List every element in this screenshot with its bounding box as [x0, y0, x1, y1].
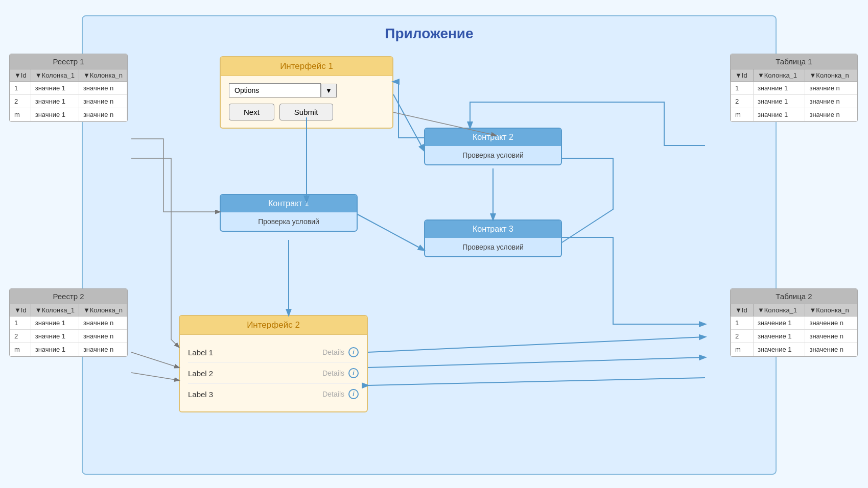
details2-text: Details — [322, 369, 344, 377]
table1-col-1: ▼Колонка_1 — [753, 69, 805, 82]
interface1-header: Интерфейс 1 — [221, 57, 392, 76]
table2-box: Таблица 2 ▼Id ▼Колонка_1 ▼Колонка_n 1 зн… — [730, 288, 858, 357]
contract1-box: Контракт 1 Проверка условий — [220, 194, 358, 232]
table-row: m значние 1 значние n — [10, 108, 127, 121]
interface1-button-row: Next Submit — [229, 104, 384, 120]
interface1-dropdown-row: Options Option 1 Option 2 ▼ — [229, 83, 384, 97]
contract2-header: Контракт 2 — [425, 129, 561, 146]
details1-text: Details — [322, 348, 344, 356]
details3-text: Details — [322, 390, 344, 398]
table-row: 1 значние 1 значние n — [10, 316, 127, 330]
registry1-col-n: ▼Колонка_n — [79, 69, 127, 82]
registry1-col-1: ▼Колонка_1 — [31, 69, 79, 82]
registry2-col-n: ▼Колонка_n — [79, 304, 127, 316]
details-group-3: Details i — [322, 389, 359, 399]
table-row: 1 значние 1 значние n — [731, 82, 857, 95]
details-group-2: Details i — [322, 368, 359, 378]
table-row: m значние 1 значние n — [731, 108, 857, 121]
label1-text: Label 1 — [188, 348, 213, 357]
table1-col-id: ▼Id — [731, 69, 754, 82]
registry2-header: Реестр 2 — [10, 289, 127, 304]
contract2-box: Контракт 2 Проверка условий — [424, 128, 562, 165]
next-button[interactable]: Next — [229, 104, 274, 120]
registry2-col-id: ▼Id — [10, 304, 31, 316]
table2-col-n: ▼Колонка_n — [805, 304, 857, 316]
info-icon-1[interactable]: i — [348, 347, 359, 357]
registry1-col-id: ▼Id — [10, 69, 31, 82]
interface2-box: Интерфейс 2 Label 1 Details i Label 2 De… — [179, 315, 368, 412]
main-container: Приложение Реестр 1 ▼Id ▼Колонка_1 ▼Коло… — [0, 0, 868, 488]
table-row: 2 значние 1 значние n — [731, 95, 857, 108]
table2-col-id: ▼Id — [731, 304, 754, 316]
table-row: m значение 1 значение n — [731, 343, 857, 356]
info-icon-3[interactable]: i — [348, 389, 359, 399]
submit-button[interactable]: Submit — [279, 104, 333, 120]
interface2-header: Интерфейс 2 — [180, 316, 367, 335]
table1-box: Таблица 1 ▼Id ▼Колонка_1 ▼Колонка_n 1 зн… — [730, 54, 858, 122]
table2-col-1: ▼Колонка_1 — [753, 304, 805, 316]
label2-text: Label 2 — [188, 369, 213, 378]
table1-header: Таблица 1 — [731, 54, 857, 69]
registry2-col-1: ▼Колонка_1 — [31, 304, 79, 316]
table-row: m значние 1 значние n — [10, 343, 127, 356]
interface1-box: Интерфейс 1 Options Option 1 Option 2 ▼ … — [220, 56, 393, 129]
label-row-3: Label 3 Details i — [188, 384, 359, 404]
contract1-body: Проверка условий — [221, 212, 357, 231]
label3-text: Label 3 — [188, 390, 213, 399]
app-title: Приложение — [83, 16, 776, 47]
table1-col-n: ▼Колонка_n — [805, 69, 857, 82]
details-group-1: Details i — [322, 347, 359, 357]
table-row: 2 значние 1 значние n — [10, 95, 127, 108]
interface1-body: Options Option 1 Option 2 ▼ Next Submit — [221, 76, 392, 128]
registry2-table: Реестр 2 ▼Id ▼Колонка_1 ▼Колонка_n 1 зна… — [9, 288, 128, 357]
table2-header: Таблица 2 — [731, 289, 857, 304]
table-row: 2 значение 1 значение n — [731, 330, 857, 343]
contract3-box: Контракт 3 Проверка условий — [424, 219, 562, 257]
label-row-2: Label 2 Details i — [188, 363, 359, 384]
contract3-header: Контракт 3 — [425, 221, 561, 238]
table-row: 2 значние 1 значние n — [10, 330, 127, 343]
contract2-body: Проверка условий — [425, 146, 561, 164]
registry1-header: Реестр 1 — [10, 54, 127, 69]
label-row-1: Label 1 Details i — [188, 342, 359, 363]
options-dropdown[interactable]: Options Option 1 Option 2 — [229, 83, 321, 97]
table-row: 1 значние 1 значние n — [10, 82, 127, 95]
contract3-body: Проверка условий — [425, 238, 561, 256]
info-icon-2[interactable]: i — [348, 368, 359, 378]
interface2-body: Label 1 Details i Label 2 Details i Labe… — [180, 335, 367, 411]
contract1-header: Контракт 1 — [221, 195, 357, 212]
table-row: 1 значение 1 значение n — [731, 316, 857, 330]
dropdown-arrow-icon[interactable]: ▼ — [321, 84, 337, 97]
registry1-table: Реестр 1 ▼Id ▼Колонка_1 ▼Колонка_n 1 зна… — [9, 54, 128, 122]
